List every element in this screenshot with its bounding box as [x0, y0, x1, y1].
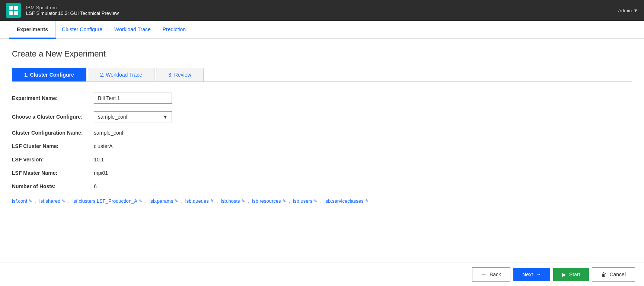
file-separator: ,: [68, 198, 70, 204]
back-button[interactable]: ← Back: [472, 267, 510, 282]
wizard-step-cluster-configure[interactable]: 1. Cluster Configure: [12, 68, 86, 81]
main-content: Create a New Experiment 1. Cluster Confi…: [0, 39, 644, 263]
file-link[interactable]: lsf.clusters.LSF_Production_A✎: [73, 198, 142, 204]
edit-icon: ✎: [314, 199, 317, 203]
lsf-version-row: LSF Version: 10.1: [12, 157, 632, 163]
num-hosts-row: Number of Hosts: 6: [12, 183, 632, 189]
cluster-config-name-value: sample_conf: [94, 130, 123, 136]
file-link[interactable]: lsb.resources✎: [252, 198, 286, 204]
edit-icon: ✎: [210, 199, 214, 203]
file-separator: ,: [35, 198, 36, 204]
lsf-cluster-name-label: LSF Cluster Name:: [12, 143, 94, 149]
svg-rect-3: [14, 11, 18, 15]
top-navigation: Experiments Cluster Configure Workload T…: [0, 21, 644, 39]
header-brand: IBM Spectrum: [26, 5, 119, 10]
file-links-container: lsf.conf✎,lsf.shared✎,lsf.clusters.LSF_P…: [12, 198, 632, 204]
cancel-button[interactable]: 🗑 Cancel: [592, 267, 635, 282]
cluster-configure-row: Choose a Cluster Configure: sample_conf …: [12, 111, 632, 122]
edit-icon: ✎: [175, 199, 178, 203]
cluster-configure-form: Experiment Name: Choose a Cluster Config…: [12, 93, 632, 204]
num-hosts-label: Number of Hosts:: [12, 183, 94, 189]
nav-item-cluster-configure[interactable]: Cluster Configure: [56, 21, 108, 39]
footer: ← Back Next → ▶ Start 🗑 Cancel: [0, 263, 644, 286]
nav-item-experiments[interactable]: Experiments: [9, 21, 56, 39]
next-button[interactable]: Next →: [513, 268, 550, 281]
lsf-master-name-label: LSF Master Name:: [12, 170, 94, 176]
edit-icon: ✎: [242, 199, 245, 203]
choose-cluster-label: Choose a Cluster Configure:: [12, 114, 94, 120]
edit-icon: ✎: [62, 199, 65, 203]
lsf-master-name-value: mpi01: [94, 170, 108, 176]
start-button[interactable]: ▶ Start: [553, 268, 589, 281]
app-logo: [6, 3, 21, 18]
file-separator: ,: [181, 198, 182, 204]
nav-item-prediction[interactable]: Prediction: [157, 21, 192, 39]
experiment-name-label: Experiment Name:: [12, 95, 94, 101]
file-separator: ,: [217, 198, 218, 204]
svg-rect-0: [9, 6, 13, 10]
num-hosts-value: 6: [94, 183, 97, 189]
experiment-name-input[interactable]: [94, 93, 172, 104]
file-link[interactable]: lsb.users✎: [293, 198, 317, 204]
cluster-config-name-label: Cluster Configuration Name:: [12, 130, 94, 136]
file-link[interactable]: lsf.conf✎: [12, 198, 32, 204]
cluster-config-name-row: Cluster Configuration Name: sample_conf: [12, 130, 632, 136]
file-link[interactable]: lsf.shared✎: [39, 198, 65, 204]
edit-icon: ✎: [365, 199, 369, 203]
nav-item-workload-trace[interactable]: Workload Trace: [108, 21, 157, 39]
lsf-cluster-name-row: LSF Cluster Name: clusterA: [12, 143, 632, 149]
lsf-master-name-row: LSF Master Name: mpi01: [12, 170, 632, 176]
edit-icon: ✎: [283, 199, 286, 203]
edit-icon: ✎: [139, 199, 142, 203]
page-title: Create a New Experiment: [12, 49, 632, 59]
file-link[interactable]: lsb.queues✎: [185, 198, 214, 204]
app-header: IBM Spectrum LSF Simulator 10.2: GUI Tec…: [0, 0, 644, 21]
svg-rect-1: [14, 6, 18, 10]
experiment-name-row: Experiment Name:: [12, 93, 632, 104]
app-title-block: IBM Spectrum LSF Simulator 10.2: GUI Tec…: [26, 5, 119, 16]
header-subtitle: LSF Simulator 10.2: GUI Technical Previe…: [26, 10, 119, 16]
wizard-steps: 1. Cluster Configure 2. Workload Trace 3…: [12, 68, 632, 82]
edit-icon: ✎: [29, 199, 32, 203]
file-separator: ,: [145, 198, 147, 204]
wizard-step-workload-trace[interactable]: 2. Workload Trace: [88, 68, 154, 81]
wizard-step-review[interactable]: 3. Review: [156, 68, 203, 81]
lsf-version-value: 10.1: [94, 157, 104, 163]
admin-menu[interactable]: Admin ▼: [618, 8, 638, 13]
file-separator: ,: [248, 198, 249, 204]
file-separator: ,: [289, 198, 290, 204]
file-separator: ,: [320, 198, 322, 204]
file-link[interactable]: lsb.hosts✎: [221, 198, 245, 204]
file-link[interactable]: lsb.serviceclasses✎: [325, 198, 369, 204]
lsf-cluster-name-value: clusterA: [94, 143, 113, 149]
lsf-version-label: LSF Version:: [12, 157, 94, 163]
cluster-select[interactable]: sample_conf ▼: [94, 111, 172, 122]
svg-rect-2: [9, 11, 13, 15]
file-link[interactable]: lsb.params✎: [150, 198, 178, 204]
